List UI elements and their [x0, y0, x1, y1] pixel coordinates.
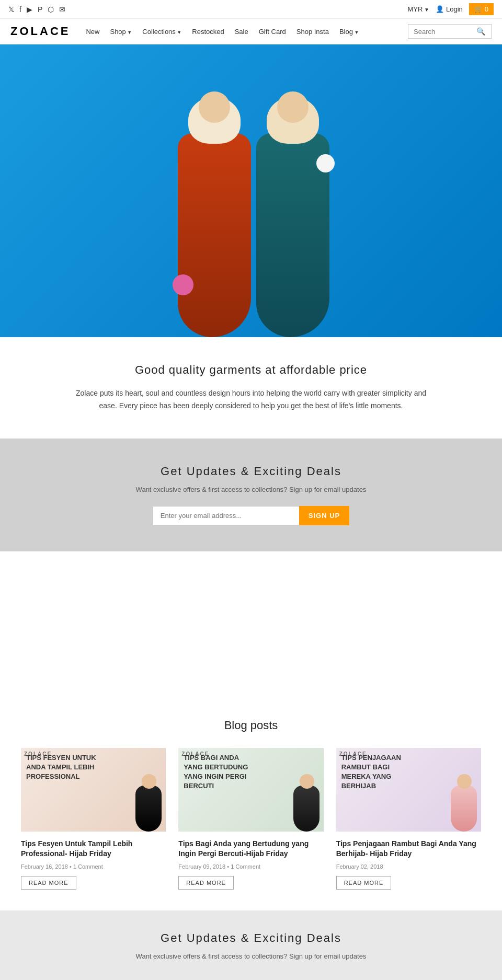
blog-comments-1: 1 Comment [73, 863, 103, 870]
blog-thumb-text-2: TIPS BAGI ANDA YANG BERTUDUNG YANG INGIN… [184, 753, 257, 791]
search-icon[interactable]: 🔍 [476, 27, 485, 36]
hero-figure-group [152, 65, 350, 337]
blog-figure-1 [133, 774, 162, 832]
figure-head-left [199, 91, 230, 123]
nav-item-shop[interactable]: Shop [110, 27, 132, 36]
nav-link-shop[interactable]: Shop [110, 28, 132, 36]
top-bar-right: MYR 👤 Login 🛒 0 [407, 3, 494, 15]
social-icons: 𝕏 f ▶ P ⬡ ✉ [8, 5, 65, 14]
blog-fig-head-1 [142, 774, 156, 789]
newsletter-signup-button[interactable]: SIGN UP [299, 506, 349, 525]
footer-newsletter: Get Updates & Exciting Deals Want exclus… [0, 910, 502, 980]
newsletter-email-input[interactable] [153, 506, 299, 525]
blog-thumb-text-1: TIPS FESYEN UNTUK ANDA TAMPIL LEBIH PROF… [26, 753, 99, 782]
blog-title-1: Tips Fesyen Untuk Tampil Lebih Professio… [21, 839, 166, 859]
blog-thumb-1: ZOLACE TIPS FESYEN UNTUK ANDA TAMPIL LEB… [21, 748, 166, 832]
site-logo[interactable]: ZOLACE [10, 25, 70, 38]
main-nav: ZOLACE New Shop Collections Restocked Sa… [0, 19, 502, 44]
nav-item-collections[interactable]: Collections [142, 27, 181, 36]
top-bar: 𝕏 f ▶ P ⬡ ✉ MYR 👤 Login 🛒 0 [0, 0, 502, 19]
newsletter-section: Get Updates & Exciting Deals Want exclus… [0, 439, 502, 551]
nav-item-new[interactable]: New [86, 27, 99, 36]
nav-link-giftcard[interactable]: Gift Card [259, 28, 286, 36]
nav-item-blog[interactable]: Blog [339, 27, 359, 36]
nav-item-giftcard[interactable]: Gift Card [259, 27, 286, 36]
blog-date-1: February 16, 2018 [21, 863, 68, 870]
currency-selector[interactable]: MYR [407, 5, 429, 13]
pinterest-icon[interactable]: P [38, 5, 42, 14]
blog-section: Blog posts ZOLACE TIPS FESYEN UNTUK ANDA… [0, 698, 502, 910]
blog-thumb-text-3: TIPS PENJAGAAN RAMBUT BAGI MEREKA YANG B… [341, 753, 415, 791]
cart-count: 0 [485, 5, 488, 13]
blog-read-more-1[interactable]: READ MORE [21, 876, 76, 890]
login-button[interactable]: 👤 Login [436, 5, 463, 13]
user-icon: 👤 [436, 5, 444, 13]
newsletter-heading: Get Updates & Exciting Deals [42, 465, 460, 478]
nav-link-sale[interactable]: Sale [235, 28, 248, 36]
blog-card-3: ZOLACE TIPS PENJAGAAN RAMBUT BAGI MEREKA… [336, 748, 481, 890]
nav-link-new[interactable]: New [86, 28, 99, 36]
blog-fig-body-1 [135, 786, 162, 832]
cart-icon: 🛒 [474, 5, 483, 13]
blog-read-more-2[interactable]: READ MORE [178, 876, 234, 890]
blog-fig-body-2 [293, 786, 320, 832]
search-input[interactable] [414, 28, 476, 36]
blog-read-more-3[interactable]: READ MORE [336, 876, 392, 890]
about-heading: Good quality garments at affordable pric… [42, 363, 460, 377]
nav-item-restocked[interactable]: Restocked [192, 27, 224, 36]
blog-card-2: ZOLACE TIPS BAGI ANDA YANG BERTUDUNG YAN… [178, 748, 323, 890]
figure-left [173, 86, 256, 337]
footer-newsletter-subtext: Want exclusive offers & first access to … [42, 952, 460, 960]
youtube-icon[interactable]: ▶ [27, 5, 32, 14]
nav-link-restocked[interactable]: Restocked [192, 28, 224, 36]
hero-section [0, 44, 502, 337]
blog-sep-1: • [70, 863, 73, 870]
search-bar[interactable]: 🔍 [408, 24, 492, 39]
newsletter-subtext: Want exclusive offers & first access to … [42, 486, 460, 493]
nav-links: New Shop Collections Restocked Sale Gift… [86, 27, 408, 36]
about-section: Good quality garments at affordable pric… [0, 337, 502, 439]
login-label: Login [446, 5, 463, 13]
blog-date-2: February 09, 2018 [178, 863, 225, 870]
blog-fig-head-3 [457, 774, 472, 789]
blog-thumb-2: ZOLACE TIPS BAGI ANDA YANG BERTUDUNG YAN… [178, 748, 323, 832]
blog-heading: Blog posts [21, 719, 481, 732]
blog-meta-2: February 09, 2018 • 1 Comment [178, 863, 323, 870]
about-body: Zolace puts its heart, soul and countles… [68, 387, 434, 412]
flower-left [173, 274, 193, 295]
hero-figures [0, 65, 502, 337]
blog-title-2: Tips Bagi Anda yang Bertudung yang Ingin… [178, 839, 323, 859]
blog-fig-head-2 [300, 774, 314, 789]
blog-meta-3: February 02, 2018 [336, 863, 481, 870]
instagram-icon[interactable]: ⬡ [48, 5, 54, 14]
blog-figure-2 [291, 774, 320, 832]
blog-figure-3 [448, 774, 477, 832]
blog-fig-body-3 [451, 786, 477, 832]
blog-comments-2: 1 Comment [231, 863, 260, 870]
twitter-icon[interactable]: 𝕏 [8, 5, 14, 14]
email-icon[interactable]: ✉ [59, 5, 65, 14]
figure-head-right [277, 91, 309, 123]
nav-item-sale[interactable]: Sale [235, 27, 248, 36]
nav-link-shopinsta[interactable]: Shop Insta [296, 28, 329, 36]
facebook-icon[interactable]: f [19, 5, 21, 14]
footer-newsletter-heading: Get Updates & Exciting Deals [42, 931, 460, 945]
figure-dress-left [178, 133, 251, 337]
nav-link-collections[interactable]: Collections [142, 28, 181, 36]
featured-section [0, 551, 502, 698]
blog-grid: ZOLACE TIPS FESYEN UNTUK ANDA TAMPIL LEB… [21, 748, 481, 890]
blog-thumb-3: ZOLACE TIPS PENJAGAAN RAMBUT BAGI MEREKA… [336, 748, 481, 832]
flower-right [316, 154, 335, 172]
blog-card-1: ZOLACE TIPS FESYEN UNTUK ANDA TAMPIL LEB… [21, 748, 166, 890]
newsletter-form: SIGN UP [42, 506, 460, 525]
nav-item-shopinsta[interactable]: Shop Insta [296, 27, 329, 36]
cart-button[interactable]: 🛒 0 [469, 3, 494, 15]
blog-date-3: February 02, 2018 [336, 863, 383, 870]
figure-right [251, 86, 335, 337]
blog-title-3: Tips Penjagaan Rambut Bagi Anda Yang Ber… [336, 839, 481, 859]
blog-meta-1: February 16, 2018 • 1 Comment [21, 863, 166, 870]
nav-link-blog[interactable]: Blog [339, 28, 359, 36]
